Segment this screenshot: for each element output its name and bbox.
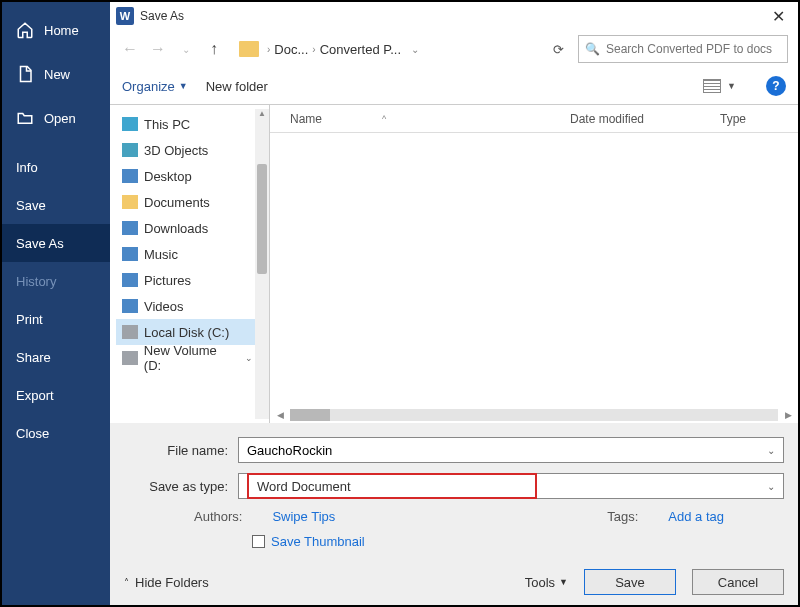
- save-thumbnail-checkbox[interactable]: [252, 535, 265, 548]
- authors-link[interactable]: Swipe Tips: [272, 509, 335, 524]
- nav-share[interactable]: Share: [2, 338, 110, 376]
- view-grid-icon: [703, 79, 721, 93]
- open-icon: [16, 109, 34, 127]
- col-type[interactable]: Type: [720, 112, 798, 126]
- view-options[interactable]: ▼: [703, 79, 736, 93]
- home-icon: [16, 21, 34, 39]
- nav-open[interactable]: Open: [2, 96, 110, 140]
- save-as-type-highlight: Word Document: [247, 473, 537, 499]
- recent-dropdown[interactable]: ⌄: [176, 44, 196, 55]
- scroll-track[interactable]: [290, 409, 778, 421]
- backstage-nav: Home New Open Info Save Save As History …: [2, 2, 110, 605]
- 3d-icon: [122, 143, 138, 157]
- toolbar: Organize ▼ New folder ▼ ?: [110, 68, 798, 104]
- search-input[interactable]: [606, 42, 776, 56]
- hide-folders-toggle[interactable]: ˄ Hide Folders: [124, 575, 209, 590]
- dialog-footer: ˄ Hide Folders Tools ▼ Save Cancel: [110, 559, 798, 605]
- tree-label: Desktop: [144, 169, 192, 184]
- tree-downloads[interactable]: Downloads: [116, 215, 269, 241]
- file-list: Name ^ Date modified Type ◀ ▶: [270, 105, 798, 423]
- tree-label: New Volume (D:: [144, 343, 237, 373]
- chevron-down-icon[interactable]: ⌄: [245, 353, 253, 363]
- back-button[interactable]: ←: [120, 40, 140, 58]
- scroll-thumb[interactable]: [290, 409, 330, 421]
- tree-pictures[interactable]: Pictures: [116, 267, 269, 293]
- music-icon: [122, 247, 138, 261]
- nav-home[interactable]: Home: [2, 8, 110, 52]
- chevron-down-icon[interactable]: ⌄: [767, 481, 775, 492]
- app-shell: Home New Open Info Save Save As History …: [0, 0, 800, 607]
- nav-history[interactable]: History: [2, 262, 110, 300]
- tools-menu[interactable]: Tools ▼: [525, 575, 568, 590]
- new-folder-button[interactable]: New folder: [206, 79, 268, 94]
- nav-info[interactable]: Info: [2, 148, 110, 186]
- pictures-icon: [122, 273, 138, 287]
- tags-link[interactable]: Add a tag: [668, 509, 724, 524]
- chevron-down-icon[interactable]: ⌄: [767, 445, 775, 456]
- nav-print-label: Print: [16, 312, 43, 327]
- filename-label: File name:: [124, 443, 228, 458]
- folder-icon: [239, 41, 259, 57]
- thumbnail-row: Save Thumbnail: [124, 534, 784, 549]
- tree-label: Videos: [144, 299, 184, 314]
- tree-label: Pictures: [144, 273, 191, 288]
- nav-save[interactable]: Save: [2, 186, 110, 224]
- hide-folders-label: Hide Folders: [135, 575, 209, 590]
- tree-this-pc[interactable]: This PC: [116, 111, 269, 137]
- tree-label: Local Disk (C:): [144, 325, 229, 340]
- file-list-body[interactable]: [270, 133, 798, 407]
- search-box[interactable]: 🔍: [578, 35, 788, 63]
- type-value: Word Document: [257, 479, 351, 494]
- nav-new[interactable]: New: [2, 52, 110, 96]
- save-as-type-field[interactable]: Word Document ⌄: [238, 473, 784, 499]
- chevron-right-icon: ›: [312, 44, 315, 55]
- cancel-button[interactable]: Cancel: [692, 569, 784, 595]
- tree-music[interactable]: Music: [116, 241, 269, 267]
- tree-local-disk-c[interactable]: Local Disk (C:): [116, 319, 269, 345]
- tree-label: This PC: [144, 117, 190, 132]
- up-button[interactable]: ↑: [204, 40, 224, 58]
- titlebar: W Save As ✕: [110, 2, 798, 30]
- tree-3d-objects[interactable]: 3D Objects: [116, 137, 269, 163]
- scroll-right-icon[interactable]: ▶: [782, 410, 794, 420]
- tree-videos[interactable]: Videos: [116, 293, 269, 319]
- tree-scrollbar[interactable]: ▲: [255, 109, 269, 419]
- breadcrumb[interactable]: › Doc... › Converted P... ⌄: [232, 36, 538, 62]
- metadata-row: Authors: Swipe Tips Tags: Add a tag: [124, 509, 784, 524]
- scroll-left-icon[interactable]: ◀: [274, 410, 286, 420]
- address-bar: ← → ⌄ ↑ › Doc... › Converted P... ⌄ ⟳ 🔍: [110, 30, 798, 68]
- scroll-thumb[interactable]: [257, 164, 267, 274]
- filename-field[interactable]: ⌄: [238, 437, 784, 463]
- pc-icon: [122, 117, 138, 131]
- horizontal-scrollbar[interactable]: ◀ ▶: [270, 407, 798, 423]
- help-button[interactable]: ?: [766, 76, 786, 96]
- dialog-body: This PC 3D Objects Desktop Documents Dow…: [110, 104, 798, 423]
- scroll-up-icon[interactable]: ▲: [255, 109, 269, 121]
- save-button[interactable]: Save: [584, 569, 676, 595]
- col-name[interactable]: Name ^: [270, 112, 570, 126]
- organize-menu[interactable]: Organize ▼: [122, 79, 188, 94]
- nav-export[interactable]: Export: [2, 376, 110, 414]
- forward-button[interactable]: →: [148, 40, 168, 58]
- refresh-button[interactable]: ⟳: [546, 42, 570, 57]
- tags-label: Tags:: [607, 509, 638, 524]
- nav-export-label: Export: [16, 388, 54, 403]
- nav-tree: This PC 3D Objects Desktop Documents Dow…: [110, 105, 270, 423]
- tree-desktop[interactable]: Desktop: [116, 163, 269, 189]
- close-button[interactable]: ✕: [764, 2, 792, 30]
- drive-icon: [122, 325, 138, 339]
- nav-close[interactable]: Close: [2, 414, 110, 452]
- nav-saveas-label: Save As: [16, 236, 64, 251]
- tree-new-volume-d[interactable]: New Volume (D:⌄: [116, 345, 269, 371]
- crumb-2[interactable]: Converted P...: [320, 42, 401, 57]
- crumb-1[interactable]: Doc...: [274, 42, 308, 57]
- nav-saveas[interactable]: Save As: [2, 224, 110, 262]
- chevron-down-icon[interactable]: ⌄: [411, 44, 419, 55]
- col-date[interactable]: Date modified: [570, 112, 720, 126]
- filename-input[interactable]: [247, 443, 767, 458]
- save-form: File name: ⌄ Save as type: Word Document…: [110, 423, 798, 559]
- tree-documents[interactable]: Documents: [116, 189, 269, 215]
- nav-info-label: Info: [16, 160, 38, 175]
- nav-print[interactable]: Print: [2, 300, 110, 338]
- dialog-title: Save As: [140, 9, 764, 23]
